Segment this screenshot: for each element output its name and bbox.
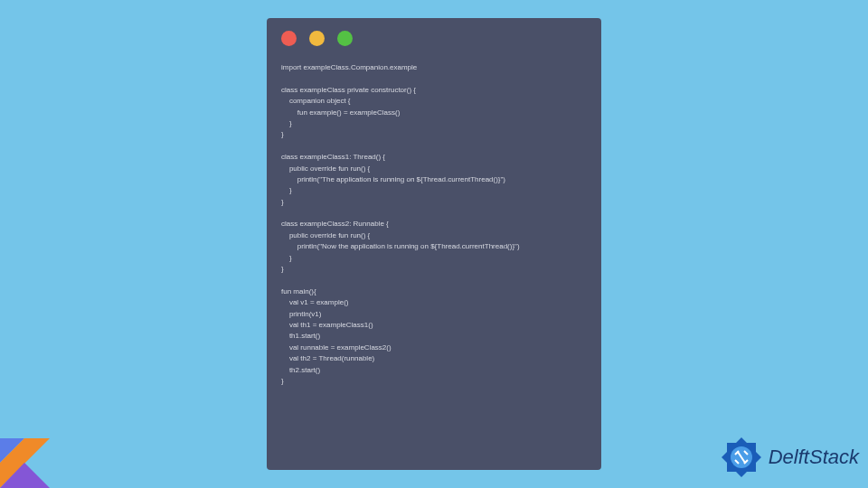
delftstack-brand-text: DelftStack: [769, 446, 859, 469]
minimize-icon: [309, 31, 325, 46]
delftstack-logo: DelftStack: [720, 436, 859, 479]
delftstack-icon: [720, 436, 763, 479]
close-icon: [281, 31, 297, 46]
window-controls: [281, 31, 587, 46]
code-window: import exampleClass.Companion.example cl…: [267, 18, 601, 470]
kotlin-logo-icon: [0, 438, 50, 488]
maximize-icon: [337, 31, 353, 46]
code-content: import exampleClass.Companion.example cl…: [281, 62, 587, 387]
